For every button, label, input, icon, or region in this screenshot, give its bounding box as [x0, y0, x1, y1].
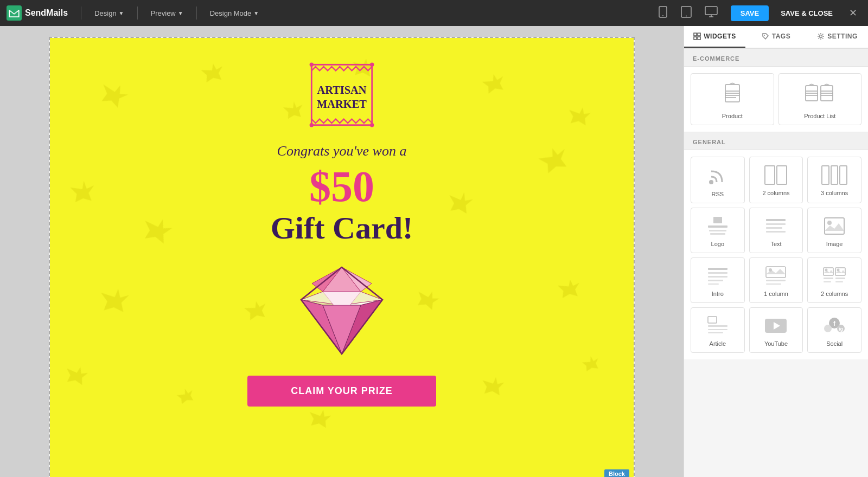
- tablet-device-button[interactable]: [676, 3, 696, 23]
- close-button[interactable]: ✕: [845, 5, 861, 21]
- 1col-icon-svg: [764, 266, 788, 286]
- ecommerce-widget-grid: Product: [684, 67, 868, 132]
- text-widget-icon: [764, 216, 788, 236]
- svg-rect-52: [709, 230, 726, 231]
- svg-text:ARTISAN: ARTISAN: [317, 84, 366, 96]
- svg-rect-67: [766, 280, 786, 281]
- svg-point-7: [310, 63, 314, 67]
- mobile-device-button[interactable]: [654, 3, 672, 23]
- setting-tab-label: SETTING: [827, 33, 858, 40]
- svg-rect-48: [831, 166, 838, 184]
- panel-tabs: WIDGETS TAGS SETTING: [684, 26, 868, 48]
- 2col-icon-svg: [764, 165, 788, 185]
- rss-icon-svg: [707, 165, 729, 186]
- widget-rss[interactable]: RSS: [691, 157, 745, 203]
- article-widget-icon: [706, 315, 730, 336]
- tab-setting[interactable]: SETTING: [807, 26, 868, 48]
- widgets-tab-icon: [693, 33, 701, 40]
- design-mode-chevron-icon: ▼: [253, 10, 259, 16]
- 2-columns-b-widget-label: 2 columns: [821, 291, 848, 297]
- rss-widget-label: RSS: [712, 191, 724, 197]
- design-mode-menu-button[interactable]: Design Mode ▼: [203, 6, 266, 21]
- widget-logo[interactable]: Logo: [691, 208, 745, 253]
- product-widget-icon: [719, 81, 746, 108]
- svg-rect-68: [766, 283, 781, 285]
- svg-rect-72: [824, 281, 831, 282]
- svg-rect-56: [766, 227, 782, 229]
- widget-2-columns[interactable]: 2 columns: [749, 157, 803, 203]
- product-icon-svg: [719, 81, 746, 108]
- prize-amount: $50: [309, 165, 374, 208]
- diamond-image: [285, 262, 399, 359]
- rss-widget-icon: [707, 165, 729, 186]
- svg-rect-60: [708, 268, 727, 270]
- 2colb-icon-svg: [822, 266, 846, 286]
- widget-article[interactable]: Article: [691, 307, 745, 353]
- svg-rect-62: [708, 276, 727, 278]
- congrats-text: Congrats you've won a: [277, 143, 407, 159]
- svg-point-4: [686, 16, 687, 17]
- intro-icon-svg: [706, 266, 730, 286]
- svg-rect-75: [835, 278, 845, 279]
- svg-rect-25: [694, 33, 697, 36]
- svg-point-66: [769, 268, 772, 272]
- widget-social[interactable]: f ig Social: [807, 307, 861, 353]
- widget-youtube[interactable]: YouTube: [749, 307, 803, 353]
- widget-product[interactable]: Product: [691, 73, 774, 125]
- text-icon-svg: [764, 216, 788, 236]
- 2-columns-b-widget-icon: [822, 266, 846, 286]
- svg-rect-28: [698, 37, 700, 40]
- widget-1-column[interactable]: 1 column: [749, 257, 803, 303]
- widget-image[interactable]: Image: [807, 208, 861, 253]
- social-widget-icon: f ig: [822, 315, 846, 336]
- widget-text[interactable]: Text: [749, 208, 803, 253]
- svg-rect-47: [822, 166, 829, 184]
- 2-columns-widget-icon: [764, 165, 788, 185]
- svg-rect-46: [777, 166, 787, 184]
- social-icon-svg: f ig: [822, 315, 846, 336]
- youtube-widget-icon: [764, 315, 788, 336]
- email-content: ARTISAN MARKET Congrats you've won a $50…: [50, 38, 634, 477]
- widgets-tab-label: WIDGETS: [704, 33, 736, 40]
- mobile-icon: [658, 6, 668, 18]
- image-widget-label: Image: [826, 241, 843, 247]
- 2-columns-widget-label: 2 columns: [762, 190, 789, 196]
- widget-2-columns-b[interactable]: 2 columns: [807, 257, 861, 303]
- svg-rect-64: [708, 283, 719, 285]
- logo-widget-label: Logo: [711, 241, 724, 247]
- preview-menu-button[interactable]: Preview ▼: [144, 6, 190, 21]
- desktop-device-button[interactable]: [700, 3, 722, 23]
- widget-intro[interactable]: Intro: [691, 257, 745, 303]
- top-navigation: SendMails Design ▼ Preview ▼ Design Mode…: [0, 0, 868, 26]
- widget-product-list[interactable]: Product List: [778, 73, 862, 125]
- nav-separator-3: [196, 7, 197, 20]
- svg-point-29: [764, 35, 765, 36]
- youtube-widget-label: YouTube: [764, 340, 788, 347]
- widget-3-columns[interactable]: 3 columns: [807, 157, 861, 203]
- logo-widget-icon: [706, 216, 730, 236]
- logo-text: SendMails: [25, 8, 68, 18]
- svg-rect-57: [766, 231, 786, 233]
- svg-rect-76: [835, 281, 843, 282]
- artisan-logo-svg: ARTISAN MARKET: [307, 60, 377, 130]
- tags-tab-label: TAGS: [772, 33, 790, 40]
- svg-rect-49: [840, 166, 847, 184]
- save-close-button[interactable]: SAVE & CLOSE: [773, 5, 840, 21]
- intro-widget-icon: [706, 266, 730, 286]
- logo-area: SendMails: [7, 5, 68, 21]
- intro-widget-label: Intro: [712, 291, 724, 297]
- svg-point-74: [837, 269, 840, 272]
- tab-widgets[interactable]: WIDGETS: [684, 26, 745, 48]
- 3-columns-widget-icon: [821, 165, 848, 185]
- 1-column-widget-label: 1 column: [764, 291, 788, 297]
- svg-point-9: [310, 123, 314, 127]
- ecommerce-section-label: E-COMMERCE: [684, 48, 868, 67]
- claim-prize-button[interactable]: CLAIM YOUR PRIZE: [247, 376, 436, 407]
- svg-rect-5: [705, 7, 717, 15]
- tab-tags[interactable]: TAGS: [745, 26, 807, 48]
- diamond-svg: [285, 262, 399, 359]
- design-menu-button[interactable]: Design ▼: [88, 6, 130, 21]
- article-icon-svg: [706, 315, 730, 336]
- product-list-widget-icon: [803, 81, 836, 108]
- save-button[interactable]: SAVE: [731, 5, 769, 21]
